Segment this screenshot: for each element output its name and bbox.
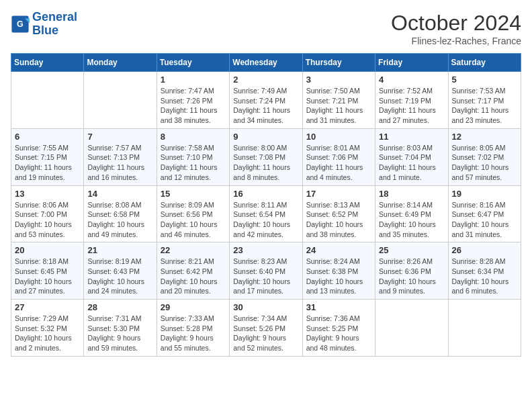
weekday-header-cell: Saturday: [448, 54, 521, 72]
day-number: 7: [87, 132, 152, 142]
calendar-cell: 9Sunrise: 8:00 AM Sunset: 7:08 PM Daylig…: [230, 128, 302, 185]
day-info: Sunrise: 7:55 AM Sunset: 7:15 PM Dayligh…: [15, 143, 80, 183]
calendar-cell: 23Sunrise: 8:23 AM Sunset: 6:40 PM Dayli…: [230, 242, 302, 300]
day-info: Sunrise: 8:09 AM Sunset: 6:56 PM Dayligh…: [161, 200, 226, 240]
calendar-week-row: 20Sunrise: 8:18 AM Sunset: 6:45 PM Dayli…: [11, 242, 521, 300]
calendar-week-row: 1Sunrise: 7:47 AM Sunset: 7:26 PM Daylig…: [11, 72, 521, 129]
calendar-cell: 17Sunrise: 8:13 AM Sunset: 6:52 PM Dayli…: [302, 185, 375, 242]
day-number: 22: [161, 245, 226, 255]
calendar-table: SundayMondayTuesdayWednesdayThursdayFrid…: [11, 53, 521, 357]
calendar-cell: 31Sunrise: 7:36 AM Sunset: 5:25 PM Dayli…: [302, 300, 375, 357]
day-info: Sunrise: 7:52 AM Sunset: 7:19 PM Dayligh…: [379, 86, 444, 126]
day-info: Sunrise: 8:19 AM Sunset: 6:43 PM Dayligh…: [87, 257, 152, 296]
calendar-cell: 2Sunrise: 7:49 AM Sunset: 7:24 PM Daylig…: [230, 72, 302, 129]
calendar-cell: 18Sunrise: 8:14 AM Sunset: 6:49 PM Dayli…: [375, 185, 448, 242]
calendar-cell: 29Sunrise: 7:33 AM Sunset: 5:28 PM Dayli…: [157, 300, 229, 357]
day-number: 27: [15, 302, 80, 312]
logo-icon: G: [11, 15, 30, 34]
day-number: 31: [306, 302, 371, 312]
day-number: 16: [233, 189, 298, 199]
day-number: 1: [161, 75, 226, 85]
calendar-cell: 26Sunrise: 8:28 AM Sunset: 6:34 PM Dayli…: [448, 242, 521, 300]
day-number: 14: [87, 189, 152, 199]
day-info: Sunrise: 7:31 AM Sunset: 5:30 PM Dayligh…: [87, 314, 152, 353]
calendar-week-row: 6Sunrise: 7:55 AM Sunset: 7:15 PM Daylig…: [11, 128, 521, 185]
calendar-cell: 14Sunrise: 8:08 AM Sunset: 6:58 PM Dayli…: [84, 185, 157, 242]
title-area: October 2024 Flines-lez-Raches, France: [391, 11, 521, 46]
calendar-cell: 22Sunrise: 8:21 AM Sunset: 6:42 PM Dayli…: [157, 242, 229, 300]
calendar-cell: 5Sunrise: 7:53 AM Sunset: 7:17 PM Daylig…: [448, 72, 521, 129]
day-info: Sunrise: 8:18 AM Sunset: 6:45 PM Dayligh…: [15, 257, 80, 296]
svg-text:G: G: [17, 19, 24, 29]
day-info: Sunrise: 7:29 AM Sunset: 5:32 PM Dayligh…: [15, 314, 80, 353]
day-number: 11: [379, 132, 444, 142]
logo: G General Blue: [11, 11, 77, 38]
calendar-cell: [84, 72, 157, 129]
weekday-header-cell: Tuesday: [157, 54, 229, 72]
day-number: 21: [87, 245, 152, 255]
day-number: 10: [306, 132, 371, 142]
day-info: Sunrise: 8:03 AM Sunset: 7:04 PM Dayligh…: [379, 143, 444, 183]
day-info: Sunrise: 8:01 AM Sunset: 7:06 PM Dayligh…: [306, 143, 371, 183]
calendar-week-row: 13Sunrise: 8:06 AM Sunset: 7:00 PM Dayli…: [11, 185, 521, 242]
day-info: Sunrise: 7:58 AM Sunset: 7:10 PM Dayligh…: [161, 143, 226, 183]
day-number: 3: [306, 75, 371, 85]
calendar-cell: 20Sunrise: 8:18 AM Sunset: 6:45 PM Dayli…: [11, 242, 84, 300]
day-number: 26: [452, 245, 517, 255]
logo-text: General Blue: [32, 11, 77, 38]
page-header: G General Blue October 2024 Flines-lez-R…: [11, 11, 521, 46]
day-info: Sunrise: 7:53 AM Sunset: 7:17 PM Dayligh…: [452, 86, 517, 126]
day-number: 20: [15, 245, 80, 255]
calendar-cell: 3Sunrise: 7:50 AM Sunset: 7:21 PM Daylig…: [302, 72, 375, 129]
calendar-cell: 25Sunrise: 8:26 AM Sunset: 6:36 PM Dayli…: [375, 242, 448, 300]
day-info: Sunrise: 8:23 AM Sunset: 6:40 PM Dayligh…: [233, 257, 298, 296]
day-info: Sunrise: 8:21 AM Sunset: 6:42 PM Dayligh…: [161, 257, 226, 296]
day-number: 19: [452, 189, 517, 199]
day-info: Sunrise: 8:05 AM Sunset: 7:02 PM Dayligh…: [452, 143, 517, 183]
day-number: 15: [161, 189, 226, 199]
day-info: Sunrise: 7:50 AM Sunset: 7:21 PM Dayligh…: [306, 86, 371, 126]
calendar-cell: 6Sunrise: 7:55 AM Sunset: 7:15 PM Daylig…: [11, 128, 84, 185]
calendar-cell: 10Sunrise: 8:01 AM Sunset: 7:06 PM Dayli…: [302, 128, 375, 185]
day-info: Sunrise: 7:36 AM Sunset: 5:25 PM Dayligh…: [306, 314, 371, 353]
day-info: Sunrise: 8:16 AM Sunset: 6:47 PM Dayligh…: [452, 200, 517, 240]
calendar-cell: 15Sunrise: 8:09 AM Sunset: 6:56 PM Dayli…: [157, 185, 229, 242]
calendar-week-row: 27Sunrise: 7:29 AM Sunset: 5:32 PM Dayli…: [11, 300, 521, 357]
calendar-cell: 13Sunrise: 8:06 AM Sunset: 7:00 PM Dayli…: [11, 185, 84, 242]
day-info: Sunrise: 8:11 AM Sunset: 6:54 PM Dayligh…: [233, 200, 298, 240]
calendar-cell: 1Sunrise: 7:47 AM Sunset: 7:26 PM Daylig…: [157, 72, 229, 129]
day-info: Sunrise: 7:33 AM Sunset: 5:28 PM Dayligh…: [161, 314, 226, 353]
month-title: October 2024: [391, 11, 521, 36]
day-info: Sunrise: 8:08 AM Sunset: 6:58 PM Dayligh…: [87, 200, 152, 240]
day-number: 2: [233, 75, 298, 85]
calendar-cell: 19Sunrise: 8:16 AM Sunset: 6:47 PM Dayli…: [448, 185, 521, 242]
calendar-cell: 8Sunrise: 7:58 AM Sunset: 7:10 PM Daylig…: [157, 128, 229, 185]
calendar-cell: 27Sunrise: 7:29 AM Sunset: 5:32 PM Dayli…: [11, 300, 84, 357]
day-info: Sunrise: 8:13 AM Sunset: 6:52 PM Dayligh…: [306, 200, 371, 240]
day-info: Sunrise: 7:49 AM Sunset: 7:24 PM Dayligh…: [233, 86, 298, 126]
day-number: 8: [161, 132, 226, 142]
calendar-cell: 24Sunrise: 8:24 AM Sunset: 6:38 PM Dayli…: [302, 242, 375, 300]
weekday-header-cell: Wednesday: [230, 54, 302, 72]
day-info: Sunrise: 8:26 AM Sunset: 6:36 PM Dayligh…: [379, 257, 444, 296]
calendar-cell: 16Sunrise: 8:11 AM Sunset: 6:54 PM Dayli…: [230, 185, 302, 242]
day-info: Sunrise: 8:24 AM Sunset: 6:38 PM Dayligh…: [306, 257, 371, 296]
day-number: 25: [379, 245, 444, 255]
calendar-cell: 21Sunrise: 8:19 AM Sunset: 6:43 PM Dayli…: [84, 242, 157, 300]
weekday-header-cell: Monday: [84, 54, 157, 72]
day-info: Sunrise: 8:28 AM Sunset: 6:34 PM Dayligh…: [452, 257, 517, 296]
day-number: 24: [306, 245, 371, 255]
day-info: Sunrise: 7:34 AM Sunset: 5:26 PM Dayligh…: [233, 314, 298, 353]
calendar-cell: 4Sunrise: 7:52 AM Sunset: 7:19 PM Daylig…: [375, 72, 448, 129]
day-number: 5: [452, 75, 517, 85]
calendar-cell: 11Sunrise: 8:03 AM Sunset: 7:04 PM Dayli…: [375, 128, 448, 185]
day-number: 4: [379, 75, 444, 85]
day-number: 23: [233, 245, 298, 255]
day-number: 6: [15, 132, 80, 142]
weekday-header-row: SundayMondayTuesdayWednesdayThursdayFrid…: [11, 54, 521, 72]
calendar-cell: 28Sunrise: 7:31 AM Sunset: 5:30 PM Dayli…: [84, 300, 157, 357]
day-info: Sunrise: 8:06 AM Sunset: 7:00 PM Dayligh…: [15, 200, 80, 240]
day-number: 28: [87, 302, 152, 312]
day-info: Sunrise: 8:14 AM Sunset: 6:49 PM Dayligh…: [379, 200, 444, 240]
day-info: Sunrise: 7:57 AM Sunset: 7:13 PM Dayligh…: [87, 143, 152, 183]
